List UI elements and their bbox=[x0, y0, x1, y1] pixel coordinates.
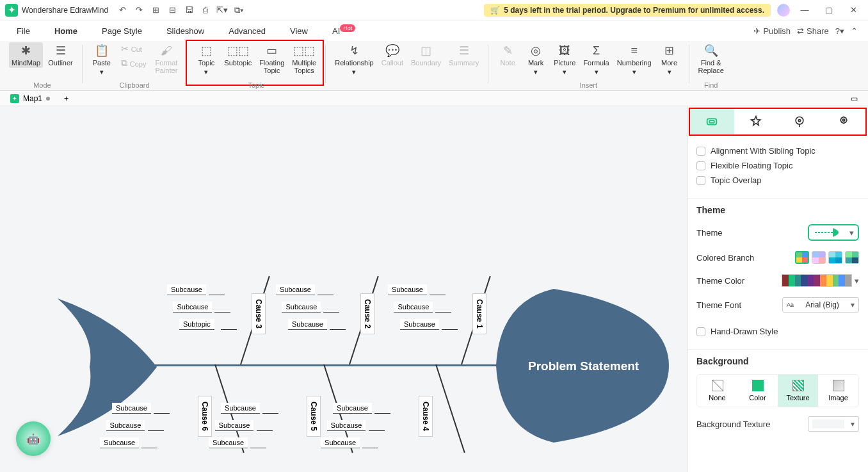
ribbon-group-relations: ↯Relationship▾ 💬Callout ◫Boundary ☰Summa… bbox=[328, 42, 485, 90]
check-overlap[interactable]: Topic Overlap bbox=[696, 173, 859, 188]
bg-opt-none[interactable]: None bbox=[697, 375, 737, 407]
mark-button[interactable]: ◎Mark▾ bbox=[523, 42, 549, 77]
publish-button[interactable]: ✈Publish bbox=[753, 26, 791, 36]
subcause-box[interactable]: Subcause bbox=[288, 319, 327, 330]
open-button[interactable]: ⊟ bbox=[166, 4, 179, 17]
subcause-box[interactable]: Subcause bbox=[327, 420, 366, 431]
redo-button[interactable]: ↷ bbox=[133, 4, 145, 17]
boundary-button[interactable]: ◫Boundary bbox=[408, 42, 444, 68]
menu-file[interactable]: File bbox=[10, 23, 36, 39]
cause-box[interactable]: Cause 3 bbox=[252, 293, 266, 334]
check-hand-drawn[interactable]: Hand-Drawn Style bbox=[696, 324, 859, 339]
side-tab-settings[interactable] bbox=[822, 109, 866, 134]
side-tab-icons[interactable] bbox=[778, 109, 822, 134]
subcause-box[interactable]: Subcause bbox=[400, 319, 439, 330]
save-button[interactable]: 🖫 bbox=[182, 4, 195, 17]
relationship-button[interactable]: ↯Relationship▾ bbox=[332, 42, 376, 77]
subcause-box[interactable]: Subcause bbox=[321, 437, 360, 448]
cut-button[interactable]: ✂Cut bbox=[117, 42, 150, 55]
help-button[interactable]: ?▾ bbox=[835, 26, 844, 36]
collapse-ribbon-button[interactable]: ⌃ bbox=[851, 26, 858, 36]
boundary-icon: ◫ bbox=[421, 44, 431, 58]
subcause-box[interactable]: Subcause bbox=[112, 403, 151, 414]
find-replace-button[interactable]: 🔍Find & Replace bbox=[696, 42, 727, 76]
menu-view[interactable]: View bbox=[284, 23, 314, 39]
branch-swatch-2[interactable] bbox=[812, 251, 826, 264]
mindmap-button[interactable]: ✱MindMap bbox=[9, 42, 43, 68]
subcause-box[interactable]: Subcause bbox=[100, 437, 139, 448]
problem-statement[interactable]: Problem Statement bbox=[528, 359, 639, 373]
canvas[interactable]: Problem Statement Cause 3SubcauseSubcaus… bbox=[0, 106, 687, 472]
subcause-box[interactable]: Subcause bbox=[282, 302, 321, 313]
theme-font-selector[interactable]: Aa Arial (Big)▾ bbox=[782, 297, 859, 313]
theme-selector[interactable]: ▾ bbox=[808, 224, 859, 241]
theme-color-strip[interactable] bbox=[782, 274, 852, 287]
ai-assistant-fab[interactable]: 🤖 bbox=[16, 421, 51, 456]
share-button[interactable]: ⇄Share bbox=[797, 26, 829, 36]
cause-box[interactable]: Cause 4 bbox=[419, 396, 433, 437]
menu-slideshow[interactable]: Slideshow bbox=[160, 23, 211, 39]
subcause-box[interactable]: Subcause bbox=[173, 302, 212, 313]
doc-tab-map1[interactable]: ✦ Map1 bbox=[5, 93, 55, 104]
bg-texture-selector[interactable]: ▾ bbox=[808, 416, 859, 432]
menu-page-style[interactable]: Page Style bbox=[95, 23, 149, 39]
user-avatar[interactable] bbox=[777, 4, 790, 17]
new-button[interactable]: ⊞ bbox=[149, 4, 162, 17]
more-qat-button[interactable]: ⧉▾ bbox=[232, 4, 245, 17]
subcause-box[interactable]: Subcause bbox=[333, 403, 372, 414]
add-tab-button[interactable]: + bbox=[59, 93, 74, 104]
format-painter-button[interactable]: 🖌Format Painter bbox=[152, 42, 180, 76]
minimize-button[interactable]: — bbox=[795, 3, 814, 18]
subcause-box[interactable]: Subcause bbox=[276, 284, 315, 295]
cause-box[interactable]: Cause 5 bbox=[307, 396, 321, 437]
document-tabs: ✦ Map1 + ▭ bbox=[0, 91, 868, 106]
menu-advanced[interactable]: Advanced bbox=[222, 23, 272, 39]
outliner-icon: ☰ bbox=[56, 44, 66, 58]
copy-button[interactable]: ⧉Copy bbox=[117, 56, 150, 70]
branch-swatch-4[interactable] bbox=[845, 251, 859, 264]
more-insert-button[interactable]: ⊞More▾ bbox=[657, 42, 682, 77]
bg-opt-image[interactable]: Image bbox=[818, 375, 858, 407]
side-tab-style[interactable] bbox=[734, 109, 778, 134]
cause-box[interactable]: Cause 1 bbox=[472, 293, 486, 334]
cause-box[interactable]: Cause 2 bbox=[360, 293, 374, 334]
panel-toggle-button[interactable]: ▭ bbox=[846, 93, 863, 104]
undo-button[interactable]: ↶ bbox=[116, 4, 129, 17]
side-tab-layout[interactable] bbox=[690, 109, 734, 134]
svg-point-4 bbox=[842, 119, 844, 121]
bg-opt-color[interactable]: Color bbox=[737, 375, 778, 407]
summary-button[interactable]: ☰Summary bbox=[446, 42, 481, 68]
trial-banner[interactable]: 🛒 5 days left in the trial period. Upgra… bbox=[484, 4, 771, 17]
subcause-box[interactable]: Subtopic bbox=[179, 319, 214, 330]
sub-connector bbox=[250, 448, 266, 448]
cause-box[interactable]: Cause 6 bbox=[198, 396, 212, 437]
print-button[interactable]: ⎙ bbox=[199, 4, 212, 17]
check-alignment[interactable]: Alignment With Sibling Topic bbox=[696, 143, 859, 158]
callout-button[interactable]: 💬Callout bbox=[379, 42, 406, 68]
sub-connector bbox=[442, 329, 458, 330]
branch-swatch-3[interactable] bbox=[828, 251, 842, 264]
note-button[interactable]: ✎Note bbox=[495, 42, 520, 68]
trial-text: 5 days left in the trial period. Upgrade… bbox=[504, 6, 764, 15]
bg-opt-texture[interactable]: Texture bbox=[778, 375, 818, 407]
menu-home[interactable]: Home bbox=[48, 23, 84, 39]
branch-swatch-1[interactable] bbox=[795, 251, 809, 264]
subcause-box[interactable]: Subcause bbox=[167, 284, 206, 295]
check-flexible-floating[interactable]: Flexible Floating Topic bbox=[696, 158, 859, 173]
subcause-box[interactable]: Subcause bbox=[106, 420, 145, 431]
close-button[interactable]: ✕ bbox=[844, 3, 863, 18]
maximize-button[interactable]: ▢ bbox=[819, 3, 839, 18]
subcause-box[interactable]: Subcause bbox=[215, 420, 254, 431]
subcause-box[interactable]: Subcause bbox=[388, 284, 427, 295]
export-button[interactable]: ⇱▾ bbox=[216, 4, 229, 17]
subcause-box[interactable]: Subcause bbox=[221, 403, 260, 414]
paste-button[interactable]: 📋Paste▾ bbox=[89, 42, 115, 77]
menu-ai[interactable]: AIHot bbox=[326, 23, 362, 39]
formula-button[interactable]: ΣFormula▾ bbox=[581, 42, 611, 77]
subcause-box[interactable]: Subcause bbox=[209, 437, 248, 448]
numbering-button[interactable]: ≡Numbering▾ bbox=[615, 42, 654, 77]
svg-rect-1 bbox=[710, 120, 714, 123]
outliner-button[interactable]: ☰Outliner bbox=[45, 42, 76, 68]
subcause-box[interactable]: Subcause bbox=[394, 302, 433, 313]
picture-button[interactable]: 🖼Picture▾ bbox=[551, 42, 578, 77]
